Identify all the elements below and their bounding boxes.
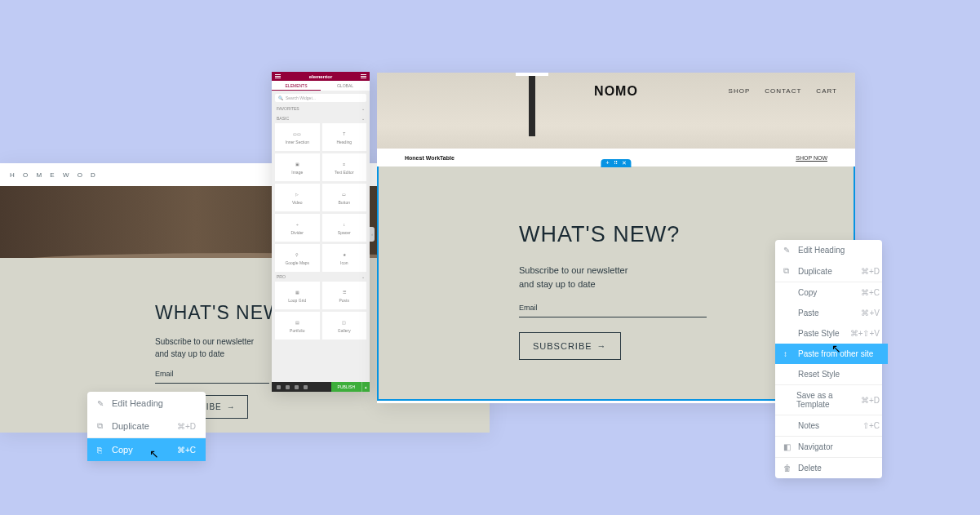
elementor-panel: elementor ELEMENTS GLOBAL 🔍 Search Widge… [272,72,370,392]
widget-divider[interactable]: ÷Divider [275,214,320,242]
divider-icon: ÷ [292,221,302,228]
video-icon: ▷ [292,191,302,198]
menu-duplicate[interactable]: ⧉ Duplicate ⌘+D [87,415,206,437]
brand-label: elementor [309,74,333,79]
menu-paste-style[interactable]: Paste Style⌘+⇧+V [775,323,888,344]
email-input[interactable]: Email [155,370,269,384]
category-pro[interactable]: PRO⌄ [272,272,370,282]
menu-copy[interactable]: Copy⌘+C [775,282,888,303]
portfolio-icon: ▤ [292,319,302,326]
footer-icons [272,385,313,389]
heading-icon: T [339,131,349,137]
copy-icon: ⎘ [97,446,105,455]
context-menu-left: ✎ Edit Heading ⧉ Duplicate ⌘+D ⎘ Copy ⌘+… [87,392,206,461]
menu-edit-heading[interactable]: ✎Edit Heading [775,240,888,260]
star-icon: ★ [339,251,349,258]
history-icon[interactable] [286,385,290,389]
duplicate-icon: ⧉ [783,266,792,276]
widget-video[interactable]: ▷Video [275,184,320,211]
menu-reset-style[interactable]: Reset Style [775,364,888,384]
hamburger-icon[interactable] [275,74,281,78]
widget-image[interactable]: ▣Image [275,153,320,181]
settings-icon[interactable] [277,385,281,389]
responsive-icon[interactable] [295,385,299,389]
menu-delete[interactable]: 🗑Delete [775,458,888,478]
chevron-down-icon: ⌄ [361,106,365,111]
widget-text-editor[interactable]: ≡Text Editor [322,153,367,181]
button-icon: ▭ [339,191,349,198]
search-icon: 🔍 [278,95,283,100]
nav-shop[interactable]: SHOP [729,87,751,95]
section-handle[interactable]: + ⠿ ✕ [601,159,631,167]
widget-inner-section[interactable]: ▭▭Inner Section [275,123,320,151]
search-input[interactable]: 🔍 Search Widget... [275,94,366,102]
panel-resize-handle[interactable]: ‹ [370,227,375,242]
subscribe-button[interactable]: SUBSCRIBE → [519,332,621,360]
menu-paste[interactable]: Paste⌘+V [775,303,888,323]
preview-icon[interactable] [304,385,308,389]
shop-now-link[interactable]: SHOP NOW [796,155,827,161]
menu-notes[interactable]: Notes⇧+C [775,415,888,436]
email-input[interactable]: Email [519,304,707,317]
category-favorites[interactable]: FAVORITES⌄ [272,104,370,113]
dots-icon[interactable]: ⠿ [614,160,618,166]
tab-global[interactable]: GLOBAL [321,81,370,91]
menu-save-template[interactable]: Save as a Template⌘+D [775,385,888,415]
context-menu-right: ✎Edit Heading ⧉Duplicate⌘+D Copy⌘+C Past… [775,240,882,478]
pencil-icon: ✎ [97,399,105,408]
nav-contact[interactable]: CONTACT [765,87,801,95]
apps-icon[interactable] [361,74,366,78]
arrow-right-icon: → [227,402,236,411]
menu-navigator[interactable]: ◧Navigator [775,437,888,457]
spacer-icon: ↕ [339,221,349,228]
text-icon: ≡ [339,161,349,167]
widget-google-maps[interactable]: ⚲Google Maps [275,244,320,272]
product-image [516,73,548,136]
cursor-icon: ↖ [149,447,159,460]
image-icon: ▣ [292,161,302,167]
widget-button[interactable]: ▭Button [322,184,367,211]
chevron-down-icon: ⌄ [361,274,365,279]
widget-spacer[interactable]: ↕Spacer [322,214,367,242]
arrow-right-icon: → [597,341,607,351]
close-icon[interactable]: ✕ [622,160,627,166]
product-name: Honest WorkTable [405,155,455,161]
pencil-icon: ✎ [783,246,792,255]
widget-gallery[interactable]: ◫Gallery [322,312,367,340]
trash-icon: 🗑 [783,464,792,473]
widget-portfolio[interactable]: ▤Portfolio [275,312,320,340]
paste-other-icon: ↕ [783,349,792,358]
widget-loop-grid[interactable]: ▦Loop Grid [275,282,320,309]
publish-button[interactable]: PUBLISH [331,382,361,392]
cursor-icon: ↖ [831,342,841,355]
right-hero: NOMO SHOP CONTACT CART [377,73,855,149]
map-icon: ⚲ [292,251,302,258]
right-nav: SHOP CONTACT CART [729,87,837,95]
section-icon: ▭▭ [292,131,302,137]
navigator-icon: ◧ [783,442,792,451]
posts-icon: ☰ [339,289,349,295]
widget-icon[interactable]: ★Icon [322,244,367,272]
right-site-logo: NOMO [594,84,638,99]
menu-duplicate[interactable]: ⧉Duplicate⌘+D [775,260,888,282]
menu-copy[interactable]: ⎘ Copy ⌘+C [87,438,206,461]
publish-options[interactable]: ▴ [361,382,370,392]
widget-heading[interactable]: THeading [322,123,367,151]
panel-tabs: ELEMENTS GLOBAL [272,81,370,91]
pro-widgets: ▦Loop Grid ☰Posts ▤Portfolio ◫Gallery [272,282,370,340]
menu-edit-heading[interactable]: ✎ Edit Heading [87,392,206,415]
panel-header: elementor [272,72,370,81]
category-basic[interactable]: BASIC⌄ [272,113,370,123]
plus-icon[interactable]: + [605,160,609,166]
gallery-icon: ◫ [339,319,349,326]
chevron-down-icon: ⌄ [361,116,365,121]
grid-icon: ▦ [292,289,302,295]
basic-widgets: ▭▭Inner Section THeading ▣Image ≡Text Ed… [272,123,370,272]
tab-elements[interactable]: ELEMENTS [272,81,321,91]
widget-posts[interactable]: ☰Posts [322,282,367,309]
nav-cart[interactable]: CART [816,87,837,95]
duplicate-icon: ⧉ [97,421,105,431]
panel-footer: PUBLISH ▴ [272,382,370,392]
